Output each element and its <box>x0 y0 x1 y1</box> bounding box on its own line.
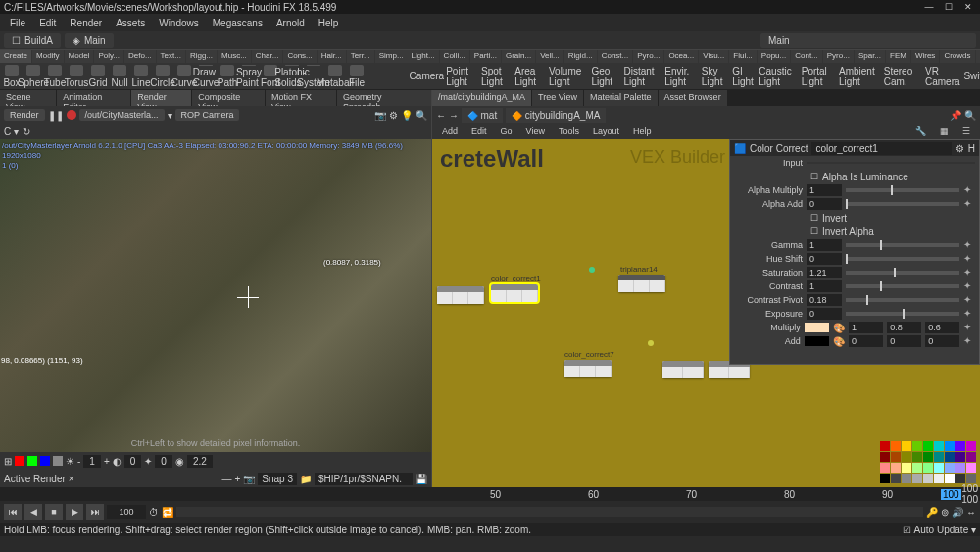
keyframe-icon[interactable]: ✦ <box>963 294 975 306</box>
palette-swatch[interactable] <box>956 441 965 451</box>
palette-swatch[interactable] <box>912 452 922 462</box>
palette-swatch[interactable] <box>934 474 944 483</box>
shelf-tab[interactable]: Const... <box>598 50 633 63</box>
range-icon[interactable]: ↔ <box>966 507 976 518</box>
pin-icon[interactable]: 📌 <box>950 110 961 121</box>
stop-button[interactable]: ■ <box>45 504 63 520</box>
palette-swatch[interactable] <box>880 441 890 451</box>
close-icon[interactable]: ✕ <box>960 1 976 13</box>
keyframe-icon[interactable]: ✦ <box>963 267 975 278</box>
palette-swatch[interactable] <box>891 441 901 451</box>
shelf-tab[interactable]: Visu... <box>699 50 728 63</box>
tool-curve[interactable]: Curve <box>174 65 194 88</box>
tool-camera[interactable]: Camera <box>410 71 445 81</box>
shelf-tab[interactable]: Colli... <box>440 50 469 63</box>
menu-windows[interactable]: Windows <box>153 16 205 30</box>
palette-swatch[interactable] <box>945 463 955 473</box>
shelf-tab[interactable]: Terr... <box>347 50 374 63</box>
tool-vollight[interactable]: Volume Light <box>549 66 589 87</box>
gamma-val2[interactable]: 0 <box>155 455 172 468</box>
palette-swatch[interactable] <box>902 441 911 451</box>
menu-arnold[interactable]: Arnold <box>270 16 311 30</box>
tool-gilight[interactable]: GI Light <box>732 66 757 87</box>
add-swatch[interactable] <box>805 336 829 346</box>
mult-g[interactable]: 0.8 <box>887 322 921 333</box>
aov-select[interactable]: C ▾ <box>4 126 19 137</box>
shelf-tab[interactable]: Rigg... <box>186 50 217 63</box>
nv-menu-help[interactable]: Help <box>627 125 658 137</box>
snapshot-icon[interactable]: 📷 <box>374 110 386 121</box>
shelf-tab[interactable]: Grain... <box>502 50 535 63</box>
timeline-ruler[interactable]: 50 60 70 80 90 100 100100 <box>0 487 980 501</box>
plus-icon[interactable]: + <box>234 474 240 484</box>
palette-swatch[interactable] <box>880 452 890 462</box>
palette-swatch[interactable] <box>912 474 922 483</box>
refresh-icon[interactable]: ↻ <box>23 126 30 137</box>
shelf-tab[interactable]: Simp... <box>375 50 408 63</box>
alpha-channel[interactable] <box>53 456 63 466</box>
tool-switcher[interactable]: Switcher <box>963 71 980 81</box>
palette-swatch[interactable] <box>891 452 901 462</box>
gamma-display[interactable]: 2.2 <box>187 455 213 468</box>
wire-dot[interactable] <box>648 340 654 346</box>
tool-drawcurve[interactable]: Draw Curve <box>196 65 216 88</box>
palette-swatch[interactable] <box>945 441 955 451</box>
tab-renderview[interactable]: Render View <box>131 90 191 106</box>
palette-swatch[interactable] <box>902 474 911 483</box>
shelf-tab[interactable]: Wires <box>911 50 939 63</box>
add-b[interactable]: 0 <box>925 335 959 347</box>
context-build[interactable]: ☐ BuildA <box>4 33 61 48</box>
shelf-tab[interactable]: Pyro... <box>633 50 663 63</box>
add-r[interactable]: 0 <box>849 335 883 347</box>
snapshot-path[interactable]: $HIP/1pr/$SNAPN. <box>315 473 413 485</box>
shelf-tab[interactable]: Pyro... <box>823 50 854 63</box>
palette-swatch[interactable] <box>934 452 944 462</box>
shelf-tab[interactable]: Driv... <box>976 50 981 63</box>
colorwheel-icon[interactable]: 🎨 <box>833 336 845 347</box>
nv-menu-layout[interactable]: Layout <box>587 125 625 137</box>
palette-swatch[interactable] <box>902 463 911 473</box>
help-icon[interactable]: H <box>968 143 975 154</box>
palette-swatch[interactable] <box>966 452 976 462</box>
palette-swatch[interactable] <box>880 463 890 473</box>
palette-swatch[interactable] <box>945 452 955 462</box>
realtime-icon[interactable]: ⏱ <box>149 507 159 518</box>
pause-icon[interactable]: ❚❚ <box>48 110 64 121</box>
shelf-tab[interactable]: Text... <box>157 50 185 63</box>
alpha-add-val[interactable]: 0 <box>807 198 842 210</box>
wire-dot[interactable] <box>589 267 595 273</box>
render-viewport[interactable]: /out/CityMasterlayer Arnold 6.2.1.0 [CPU… <box>0 139 431 452</box>
shelf-tab[interactable]: Popu... <box>758 50 790 63</box>
palette-swatch[interactable] <box>966 474 976 483</box>
shelf-tab[interactable]: Defo... <box>124 50 156 63</box>
menu-edit[interactable]: Edit <box>33 16 62 30</box>
record-icon[interactable] <box>67 110 76 120</box>
shelf-tab[interactable]: Cons... <box>283 50 316 63</box>
palette-swatch[interactable] <box>923 452 933 462</box>
folder-icon[interactable]: 📁 <box>300 474 312 484</box>
palette-swatch[interactable] <box>966 441 976 451</box>
nv-menu-view[interactable]: View <box>520 125 551 137</box>
add-g[interactable]: 0 <box>887 335 921 347</box>
minimize-icon[interactable]: — <box>921 1 937 13</box>
render-path[interactable]: /out/CityMasterla... <box>79 109 165 121</box>
alpha-mult-slider[interactable] <box>846 188 959 192</box>
palette-swatch[interactable] <box>956 452 965 462</box>
context-main-right[interactable]: Main <box>760 33 976 48</box>
gamma-slider[interactable] <box>846 243 959 247</box>
shelf-tab[interactable]: Create <box>0 50 31 63</box>
hue-slider[interactable] <box>846 257 959 261</box>
keyframe-icon[interactable]: ✦ <box>963 335 975 347</box>
menu-assets[interactable]: Assets <box>110 16 151 30</box>
shelf-tab[interactable]: Flui... <box>729 50 757 63</box>
tab-sceneview[interactable]: Scene View <box>0 90 56 106</box>
tool-path[interactable]: Path <box>218 65 237 88</box>
search-icon[interactable]: 🔍 <box>964 110 976 121</box>
tool-vrcam[interactable]: VR Camera <box>925 66 961 87</box>
key-icon[interactable]: 🔑 <box>926 507 938 518</box>
prev-frame-button[interactable]: ◀ <box>24 504 42 520</box>
palette-swatch[interactable] <box>902 452 911 462</box>
list-icon[interactable]: ☰ <box>956 125 976 137</box>
tab-matpalette[interactable]: Material Palette <box>584 90 658 106</box>
path-material[interactable]: 🔶 citybuildingA_MA <box>506 108 606 123</box>
